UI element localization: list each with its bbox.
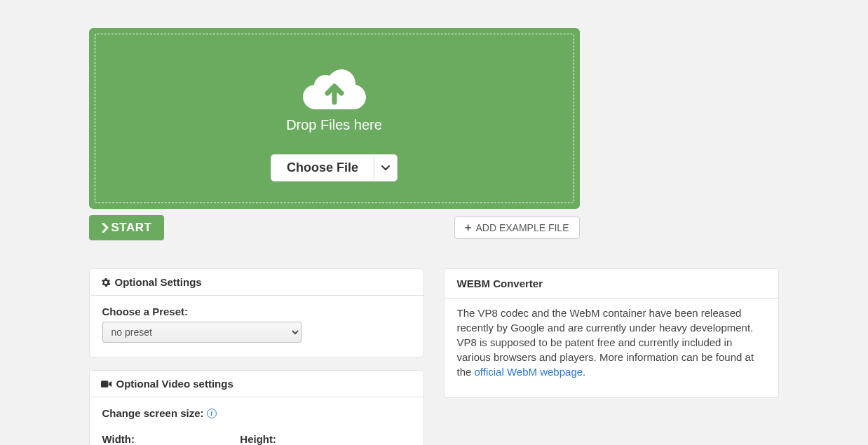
video-settings-title: Optional Video settings xyxy=(116,378,233,390)
chevron-down-icon xyxy=(381,165,390,171)
converter-info-title: WEBM Converter xyxy=(445,269,778,299)
official-webm-link[interactable]: official WebM webpage xyxy=(475,366,583,378)
info-icon[interactable]: i xyxy=(207,409,217,418)
dropzone-label: Drop Files here xyxy=(286,117,382,133)
add-example-file-label: ADD EXAMPLE FILE xyxy=(475,222,569,233)
start-button[interactable]: START xyxy=(89,215,165,240)
screen-size-label: Change screen size: xyxy=(102,407,204,419)
cloud-upload-icon xyxy=(299,62,369,111)
converter-info-card: WEBM Converter The VP8 codec and the Web… xyxy=(444,268,779,398)
preset-select[interactable]: no preset xyxy=(102,322,301,343)
file-dropzone[interactable]: Drop Files here Choose File xyxy=(89,28,580,209)
video-camera-icon xyxy=(101,380,112,388)
choose-file-button[interactable]: Choose File xyxy=(271,155,374,181)
optional-settings-header: Optional Settings xyxy=(90,269,423,296)
start-button-label: START xyxy=(111,221,152,235)
width-label: Width: xyxy=(102,433,194,445)
preset-label: Choose a Preset: xyxy=(102,306,411,317)
video-settings-card: Optional Video settings Change screen si… xyxy=(89,370,424,445)
svg-rect-0 xyxy=(101,381,108,388)
optional-settings-card: Optional Settings Choose a Preset: no pr… xyxy=(89,268,424,357)
chevron-right-icon xyxy=(102,223,109,233)
add-example-file-button[interactable]: + ADD EXAMPLE FILE xyxy=(454,217,579,239)
converter-info-period: . xyxy=(583,366,585,378)
plus-icon: + xyxy=(465,222,471,233)
choose-file-group: Choose File xyxy=(271,154,398,182)
file-dropzone-inner: Drop Files here Choose File xyxy=(95,34,574,203)
gear-icon xyxy=(101,278,111,287)
height-label: Height: xyxy=(240,433,332,445)
video-settings-header: Optional Video settings xyxy=(90,371,423,397)
optional-settings-title: Optional Settings xyxy=(115,276,202,288)
choose-file-dropdown-button[interactable] xyxy=(374,155,397,181)
